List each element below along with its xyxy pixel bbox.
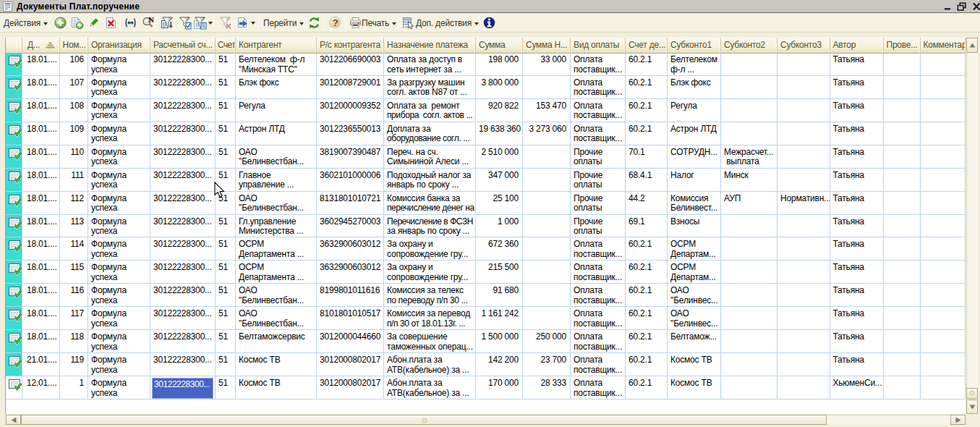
svg-text:N: N (148, 16, 154, 24)
svg-text:?: ? (332, 17, 338, 28)
